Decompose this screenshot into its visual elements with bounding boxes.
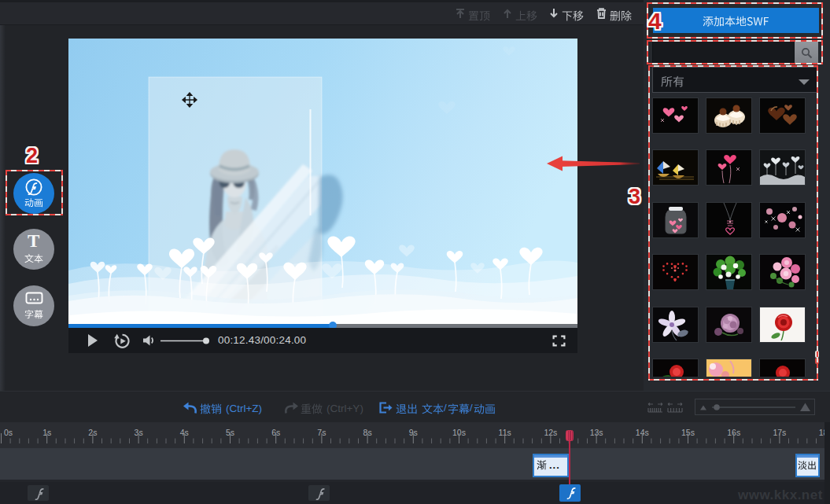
svg-text:0s: 0s [4,428,13,437]
